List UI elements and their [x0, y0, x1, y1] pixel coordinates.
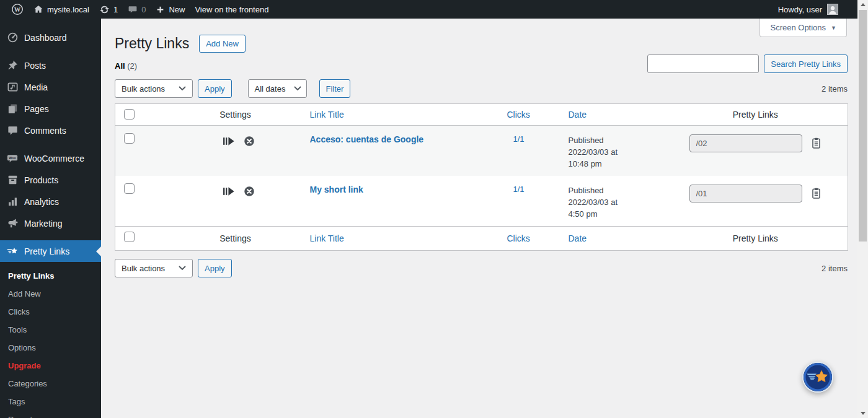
redirect-play-icon[interactable] — [223, 186, 236, 197]
updates-menu-item[interactable]: 1 — [94, 0, 123, 19]
column-date[interactable]: Date — [558, 227, 676, 251]
submenu-item-tags[interactable]: Tags — [0, 393, 101, 411]
column-pretty-links: Pretty Links — [676, 104, 848, 126]
table-row: My short link 1/1 Published 2022/03/03 a… — [115, 176, 848, 227]
screen-options-tab[interactable]: Screen Options ▼ — [760, 19, 847, 37]
column-link-title[interactable]: Link Title — [304, 227, 496, 251]
date-status: Published — [569, 134, 670, 146]
svg-text:W: W — [14, 6, 21, 13]
media-icon — [6, 81, 19, 94]
sidebar-item-comments[interactable]: Comments — [0, 120, 101, 141]
comment-icon — [6, 124, 19, 137]
sidebar-item-media[interactable]: Media — [0, 76, 101, 98]
apply-button[interactable]: Apply — [198, 79, 232, 98]
submenu-item-clicks[interactable]: Clicks — [0, 303, 101, 321]
wordpress-logo-icon: W — [11, 3, 24, 15]
column-clicks[interactable]: Clicks — [496, 104, 558, 126]
sidebar-item-label: Pretty Links — [24, 246, 69, 256]
column-date[interactable]: Date — [558, 104, 676, 126]
submenu-item-tools[interactable]: Tools — [0, 321, 101, 339]
comments-bubble-icon — [128, 4, 138, 14]
filter-all-link[interactable]: All — [115, 61, 125, 71]
wordpress-menu-item[interactable]: W — [6, 0, 29, 19]
submenu-label: Clicks — [8, 307, 30, 316]
vertical-scrollbar[interactable] — [857, 0, 868, 418]
chevron-down-icon — [294, 86, 301, 91]
pretty-links-star-icon — [802, 362, 833, 393]
sidebar-item-label: Media — [24, 82, 48, 92]
pretty-links-star-icon — [6, 245, 19, 258]
column-clicks[interactable]: Clicks — [496, 227, 558, 251]
submenu-item-upgrade[interactable]: Upgrade — [0, 357, 101, 375]
copy-button[interactable] — [811, 137, 822, 149]
sidebar-item-dashboard[interactable]: Dashboard — [0, 27, 101, 48]
apply-button-bottom[interactable]: Apply — [198, 259, 232, 277]
scrollbar-up-arrow-icon[interactable] — [857, 0, 868, 9]
new-menu-item[interactable]: New — [151, 0, 190, 19]
tracking-disabled-x-icon[interactable] — [244, 186, 255, 197]
submenu-label: Pretty Links — [8, 271, 54, 281]
table-row: Acceso: cuentas de Google 1/1 Published … — [115, 126, 848, 176]
sidebar-item-pages[interactable]: Pages — [0, 98, 101, 120]
view-frontend-menu-item[interactable]: View on the frontend — [190, 0, 273, 19]
sidebar-item-label: Posts — [24, 61, 46, 71]
sidebar-item-products[interactable]: Products — [0, 169, 101, 191]
site-name: mysite.local — [47, 5, 89, 14]
scrollbar-thumb[interactable] — [859, 10, 867, 242]
items-count-bottom: 2 items — [822, 264, 848, 273]
sidebar-item-pretty-links[interactable]: Pretty Links — [0, 240, 101, 262]
sidebar-item-analytics[interactable]: Analytics — [0, 191, 101, 212]
comments-menu-item[interactable]: 0 — [123, 0, 151, 19]
select-all-checkbox[interactable] — [124, 109, 135, 120]
site-menu-item[interactable]: mysite.local — [29, 0, 94, 19]
search-input[interactable] — [647, 54, 759, 73]
link-title[interactable]: Acceso: cuentas de Google — [310, 134, 424, 144]
link-title[interactable]: My short link — [310, 185, 363, 194]
submenu-label: Reports — [8, 415, 37, 418]
clicks-link[interactable]: 1/1 — [502, 185, 525, 194]
items-count: 2 items — [822, 84, 848, 94]
filter-button[interactable]: Filter — [319, 79, 351, 98]
pretty-link-slug-input[interactable] — [689, 185, 802, 202]
search-button[interactable]: Search Pretty Links — [764, 54, 848, 73]
submenu-label: Categories — [8, 379, 47, 388]
sidebar-item-label: WooCommerce — [24, 154, 84, 163]
products-box-icon — [6, 174, 19, 186]
sidebar-item-label: Analytics — [24, 197, 59, 207]
sidebar-item-posts[interactable]: Posts — [0, 54, 101, 76]
redirect-play-icon[interactable] — [223, 136, 236, 147]
clicks-link[interactable]: 1/1 — [502, 134, 525, 144]
sidebar-item-marketing[interactable]: Marketing — [0, 212, 101, 234]
avatar[interactable] — [827, 4, 838, 15]
page-title: Pretty Links — [115, 34, 189, 53]
table-footer-row: Settings Link Title Clicks Date Pretty L… — [115, 227, 848, 251]
add-new-button[interactable]: Add New — [199, 35, 246, 53]
main-content: Screen Options ▼ Pretty Links Add New Al… — [101, 19, 857, 418]
submenu-item-options[interactable]: Options — [0, 339, 101, 357]
submenu-item-add-new[interactable]: Add New — [0, 285, 101, 303]
row-checkbox[interactable] — [124, 183, 135, 194]
chevron-down-icon — [179, 86, 186, 91]
pretty-links-fab-button[interactable] — [802, 362, 833, 393]
copy-button[interactable] — [811, 187, 822, 199]
column-link-title[interactable]: Link Title — [304, 104, 496, 126]
date-status: Published — [569, 185, 670, 196]
scrollbar-down-arrow-icon[interactable] — [857, 409, 868, 418]
user-avatar-icon — [828, 5, 838, 14]
row-checkbox[interactable] — [124, 133, 135, 144]
submenu-item-pretty-links[interactable]: Pretty Links — [0, 267, 101, 285]
bulk-actions-select[interactable]: Bulk actions — [115, 79, 193, 98]
submenu-item-cut-off[interactable]: Reports — [0, 411, 101, 418]
all-dates-select[interactable]: All dates — [248, 79, 307, 98]
sidebar-item-label: Marketing — [24, 219, 62, 229]
chevron-down-icon: ▼ — [831, 25, 836, 31]
date-value: 2022/03/03 at — [569, 146, 670, 158]
select-all-checkbox[interactable] — [124, 232, 135, 242]
submenu-item-categories[interactable]: Categories — [0, 375, 101, 393]
sidebar-item-woocommerce[interactable]: Woo WooCommerce — [0, 147, 101, 169]
howdy-label[interactable]: Howdy, user — [778, 5, 822, 14]
dashboard-icon — [6, 32, 19, 44]
tracking-disabled-x-icon[interactable] — [244, 136, 255, 147]
bulk-actions-select-bottom[interactable]: Bulk actions — [115, 259, 193, 277]
pretty-link-slug-input[interactable] — [689, 134, 802, 152]
